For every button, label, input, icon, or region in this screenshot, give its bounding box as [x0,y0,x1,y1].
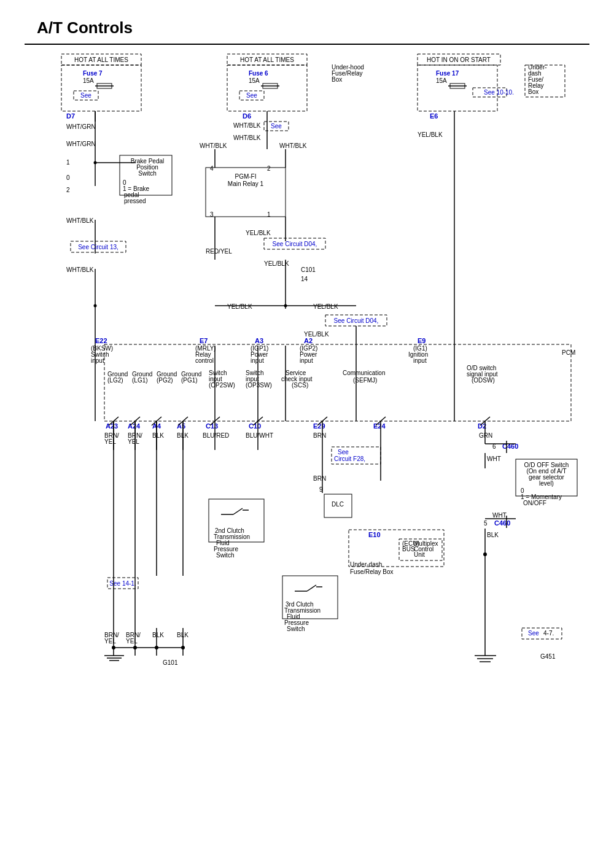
svg-text:input: input [300,357,313,364]
page-title: A/T Controls [0,0,614,44]
svg-text:(PG1): (PG1) [181,377,198,384]
fuse7-see[interactable]: See [80,92,91,99]
svg-point-235 [94,161,97,165]
svg-text:WHT/GRN: WHT/GRN [66,141,96,147]
a24-label: A24 [128,422,141,430]
e10-label: E10 [368,531,381,538]
diagram-container: text { font-family: Arial, sans-serif; f… [25,44,589,824]
d6-label: D6 [243,112,251,120]
svg-text:WHT/GRN: WHT/GRN [66,123,96,130]
e22-label: E22 [95,337,107,344]
svg-text:2: 2 [267,165,271,172]
a23-label: A23 [106,422,118,430]
dlc-label: DLC [332,501,344,508]
svg-text:BLK: BLK [487,532,499,538]
e6-label: E6 [430,112,438,120]
svg-text:BLU/WHT: BLU/WHT [246,432,273,439]
fuse6-see[interactable]: See [246,92,257,99]
svg-text:Circuit F28,: Circuit F28, [334,455,365,462]
svg-text:ON/OFF: ON/OFF [523,500,546,506]
svg-text:WHT/BLK: WHT/BLK [200,142,227,149]
svg-text:Communication: Communication [343,370,385,376]
svg-text:Main Relay 1: Main Relay 1 [228,180,264,187]
svg-text:(ODSW): (ODSW) [472,377,495,384]
hot-label-1: HOT AT ALL TIMES [74,56,128,63]
svg-text:YEL: YEL [104,638,116,645]
svg-text:BRN: BRN [313,475,326,482]
see-circuit-f28[interactable]: See [338,449,349,455]
svg-point-236 [94,304,97,308]
svg-text:level): level) [539,480,554,487]
svg-text:YEL/BLK: YEL/BLK [418,131,443,138]
svg-text:pressed: pressed [124,198,146,204]
svg-text:15A: 15A [83,77,94,84]
fuse7-label: Fuse 7 [83,70,103,77]
svg-text:BLK: BLK [152,632,164,638]
svg-text:Box: Box [528,88,538,95]
svg-text:3: 3 [210,211,214,218]
svg-point-204 [112,646,115,649]
svg-text:Switch: Switch [287,626,305,632]
fuse6-label: Fuse 6 [249,70,268,77]
svg-text:Box: Box [332,76,342,83]
svg-text:input: input [91,357,104,364]
a5-label: A5 [177,422,185,430]
hot-label-3: HOT IN ON OR START [427,56,491,63]
svg-text:BLK: BLK [177,632,188,638]
svg-text:input: input [413,357,427,364]
svg-text:YEL/BLK: YEL/BLK [227,303,252,310]
svg-text:0: 0 [66,174,70,181]
svg-text:15A: 15A [436,77,447,84]
see-10-10[interactable]: See 10-10. [484,89,514,96]
svg-text:15A: 15A [249,77,260,84]
svg-text:1: 1 [267,211,271,218]
svg-text:YEL: YEL [104,438,116,445]
svg-point-212 [483,552,487,556]
svg-text:14: 14 [301,276,308,282]
svg-text:(SEFMJ): (SEFMJ) [353,377,377,384]
e9-label: E9 [418,337,426,344]
svg-point-206 [155,646,158,649]
g451-label: G451 [540,653,556,660]
see-circuit-d04-top[interactable]: See Circuit D04, [273,241,317,247]
svg-point-207 [181,646,185,649]
svg-text:Switch: Switch [138,170,156,177]
svg-text:4: 4 [210,165,214,172]
svg-text:BLU/RED: BLU/RED [203,432,229,439]
see-4-7[interactable]: See [528,630,539,637]
svg-text:Unit: Unit [414,551,425,558]
underdash-label2: Under-dash [350,561,382,568]
svg-text:YEL/BLK: YEL/BLK [313,303,338,310]
svg-text:1: 1 [66,159,70,166]
hot-label-2: HOT AT ALL TIMES [240,56,294,63]
g101-label: G101 [163,659,178,666]
svg-text:WHT/BLK: WHT/BLK [233,122,261,129]
svg-point-205 [133,646,137,649]
svg-text:RED/YEL: RED/YEL [206,248,232,255]
svg-text:C101: C101 [301,266,316,273]
d6-see[interactable]: See [271,123,282,130]
svg-text:(LG1): (LG1) [132,377,148,384]
wiring-diagram: text { font-family: Arial, sans-serif; f… [25,51,589,824]
svg-text:C460: C460 [494,519,510,527]
svg-text:control: control [195,357,214,364]
svg-text:(OP3SW): (OP3SW) [246,382,272,389]
svg-text:4-7.: 4-7. [543,630,554,637]
see-circuit13[interactable]: See Circuit 13, [78,244,119,250]
a3-label: A3 [255,337,263,344]
pgm-relay-label: PGM-FI [235,173,257,180]
svg-text:YEL/BLK: YEL/BLK [246,230,271,236]
see-circuit-d04-bottom[interactable]: See Circuit D04, [334,317,379,324]
svg-text:BUS: BUS [402,546,415,552]
svg-text:GRN: GRN [479,432,492,439]
svg-text:WHT: WHT [492,512,507,519]
svg-line-179 [307,585,316,591]
svg-text:WHT/BLK: WHT/BLK [66,266,94,273]
svg-text:input: input [251,357,264,364]
svg-text:WHT/BLK: WHT/BLK [66,217,94,224]
e7-label: E7 [200,337,208,344]
svg-rect-77 [104,344,571,421]
svg-text:(PG2): (PG2) [157,377,173,384]
svg-text:BRN: BRN [313,432,326,439]
d7-label: D7 [66,112,75,120]
